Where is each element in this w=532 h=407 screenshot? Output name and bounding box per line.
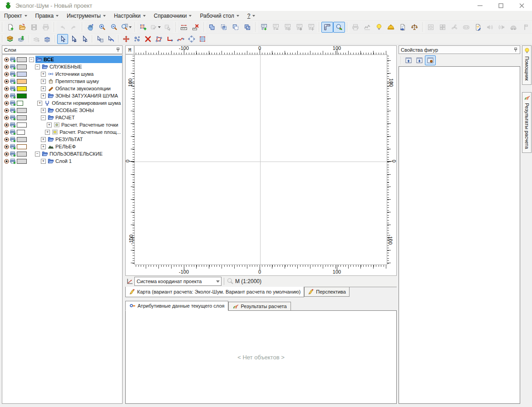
layer-row-main[interactable]: Слой 1 [47, 157, 122, 165]
visibility-eye-icon[interactable] [4, 115, 10, 121]
toolbar-grip-handle[interactable] [117, 35, 119, 42]
building-3d-button[interactable] [5, 34, 15, 44]
layer-row-main[interactable]: РЕЛЬЕФ [47, 143, 122, 150]
print-layer-icon[interactable] [10, 100, 16, 106]
tab-attr-data[interactable]: Атрибутивные данные текущего слоя [125, 301, 228, 311]
visibility-eye-icon[interactable] [4, 108, 10, 113]
maximize-button[interactable] [490, 0, 511, 11]
toolbar-grip-handle[interactable] [421, 23, 424, 31]
zoom-scale-button[interactable] [120, 22, 133, 33]
profile-button[interactable] [361, 22, 373, 33]
layer-row-main[interactable]: ЗОНЫ ЗАТУХАНИЯ ШУМА [47, 92, 122, 99]
layer-color-swatch[interactable] [17, 79, 27, 84]
zoom-out-button[interactable] [108, 22, 120, 33]
visibility-eye-icon[interactable] [4, 158, 10, 164]
undo-button[interactable] [56, 22, 68, 33]
toolbar-grip-handle[interactable] [53, 23, 55, 31]
toolbar-grip-handle[interactable] [1, 23, 3, 31]
combine-intersect-button[interactable] [218, 22, 230, 33]
scales-button[interactable] [409, 22, 420, 33]
puzzle-button[interactable] [437, 22, 448, 33]
menu-item-pravka[interactable]: Правка [31, 11, 63, 20]
visibility-eye-icon[interactable] [4, 57, 10, 63]
toolbar-grip-handle[interactable] [174, 23, 177, 31]
lens-go-button[interactable] [333, 22, 345, 33]
layer-row-main[interactable]: СЛУЖЕБНЫЕ [41, 63, 122, 70]
menu-item-rabochiy-stol[interactable]: Рабочий стол [196, 11, 243, 20]
toolbar-grip-handle[interactable] [54, 35, 56, 42]
tree-expander[interactable]: + [41, 108, 46, 113]
layer-color-swatch[interactable] [17, 137, 27, 142]
toolbar-grip-handle[interactable] [91, 35, 93, 42]
signpost-button[interactable] [519, 22, 531, 33]
layer-row[interactable]: +Слой 1 [2, 157, 122, 165]
open-project-button[interactable] [16, 22, 28, 33]
layer-row[interactable]: +РЕЛЬЕФ [2, 143, 122, 150]
print-layer-icon[interactable] [10, 114, 16, 121]
layer-row[interactable]: +Области звукоизоляции [2, 85, 122, 92]
layer-color-swatch[interactable] [17, 72, 27, 77]
tree-expander[interactable]: + [41, 144, 46, 149]
visibility-eye-icon[interactable] [4, 78, 10, 84]
layer-row[interactable]: −ВСЕ [2, 56, 122, 63]
toolbar-grip-handle[interactable] [254, 23, 256, 31]
print-layer-icon[interactable] [10, 93, 16, 99]
map-canvas[interactable] [134, 54, 387, 265]
curve-edit-button[interactable] [175, 34, 186, 44]
helmet-button[interactable] [385, 22, 397, 33]
tree-expander[interactable]: − [29, 57, 34, 62]
print-layer-icon[interactable] [10, 143, 16, 150]
move-cross-button[interactable] [121, 34, 132, 44]
measure-clear-button[interactable] [190, 22, 202, 33]
toolbar-grip-handle[interactable] [81, 23, 83, 31]
bulb-button[interactable] [373, 22, 385, 33]
sound-left-button[interactable] [496, 22, 507, 33]
panel-down-button[interactable] [414, 55, 425, 65]
print-layer-icon[interactable] [10, 122, 16, 128]
layer-row[interactable]: −СЛУЖЕБНЫЕ [2, 63, 122, 70]
print-layer-icon[interactable] [10, 136, 16, 142]
layer-row[interactable]: +Препятствия шуму [2, 78, 122, 85]
layer-color-swatch[interactable] [17, 152, 27, 157]
visibility-eye-icon[interactable] [4, 144, 10, 150]
new-project-button[interactable] [5, 22, 16, 33]
pin-icon[interactable] [115, 47, 121, 53]
print-layer-icon[interactable] [10, 64, 16, 70]
layer-row[interactable]: +Расчет. Расчетные площ... [2, 128, 122, 136]
tree-expander[interactable]: − [35, 64, 40, 69]
coordinate-system-combo[interactable]: Система координат проекта [134, 277, 222, 286]
layer-row-main[interactable]: ВСЕ [35, 56, 122, 63]
tree-expander[interactable]: + [37, 101, 42, 106]
layer-row-main[interactable]: РЕЗУЛЬТАТ [47, 136, 122, 143]
toolbar-grip-handle[interactable] [399, 56, 402, 64]
layer-color-swatch[interactable] [17, 101, 23, 106]
layer-color-swatch[interactable] [17, 108, 27, 113]
tree-expander[interactable]: + [41, 137, 46, 142]
save-button[interactable] [28, 22, 40, 33]
layer-color-swatch[interactable] [17, 86, 27, 91]
car-button[interactable] [507, 22, 519, 33]
visibility-eye-icon[interactable] [4, 100, 10, 106]
side-tab-pomoshchnik[interactable]: Помощник [522, 45, 532, 85]
ruler-panel-button[interactable] [321, 22, 333, 33]
layer-color-swatch[interactable] [17, 115, 27, 120]
layer-color-swatch[interactable] [17, 93, 27, 98]
label-add-button[interactable] [258, 22, 270, 33]
menu-item-spravochniki[interactable]: Справочники [150, 11, 196, 20]
layer-color-swatch[interactable] [17, 144, 27, 149]
toolbar-grip-handle[interactable] [346, 23, 348, 31]
polygon-nodes-button[interactable] [153, 34, 164, 44]
layer-color-swatch[interactable] [17, 57, 27, 62]
mesh-area-button[interactable] [197, 34, 208, 44]
tab-calc-results[interactable]: Результаты расчета [228, 302, 291, 310]
tree-expander[interactable]: + [47, 123, 52, 127]
panel-pin-button[interactable] [425, 55, 436, 65]
tab-karta[interactable]: Карта (вариант расчета: Эколог-Шум. Вари… [125, 287, 304, 297]
tree-expander[interactable]: − [35, 152, 40, 157]
shape-check-button[interactable] [149, 22, 162, 33]
delete-x-button[interactable] [143, 34, 153, 44]
tree-expander[interactable]: + [41, 159, 46, 164]
layers-add-button[interactable] [31, 34, 42, 44]
print-layer-icon[interactable] [10, 151, 16, 157]
layer-row[interactable]: +Области нормирования шума [2, 99, 122, 107]
